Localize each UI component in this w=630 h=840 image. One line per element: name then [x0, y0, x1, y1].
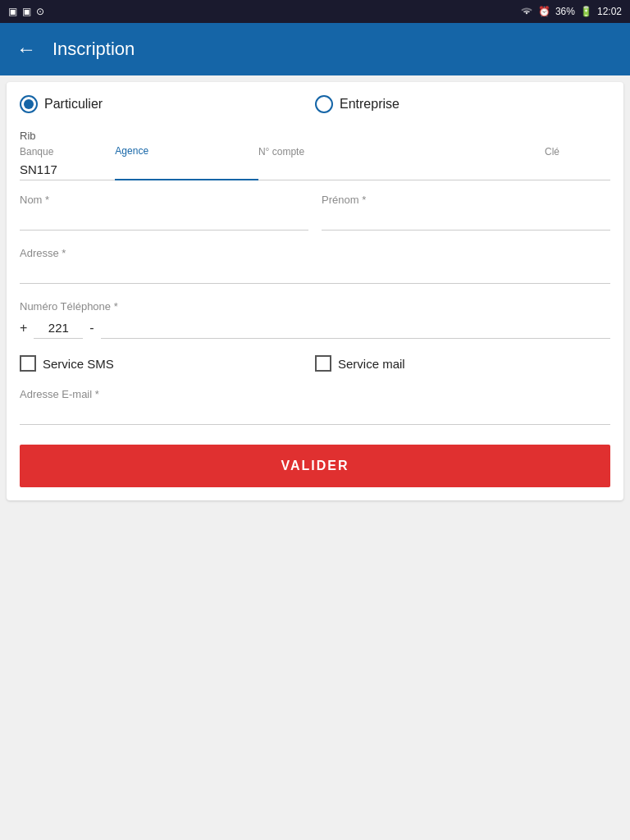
radio-entreprise-circle: [315, 95, 333, 113]
phone-label: Numéro Téléphone *: [20, 300, 610, 313]
cle-label: Clé: [545, 146, 610, 158]
nom-input[interactable]: [20, 209, 308, 231]
app-bar-title: Inscription: [52, 39, 135, 60]
rib-label: Rib: [20, 130, 610, 142]
banque-label: Banque: [20, 146, 115, 158]
cle-field: Clé: [545, 146, 610, 180]
service-mail-option[interactable]: Service mail: [315, 355, 610, 372]
phone-code-input[interactable]: [34, 317, 83, 339]
compte-label: N° compte: [258, 146, 545, 158]
radio-particulier-circle: [20, 95, 38, 113]
prenom-field: Prénom *: [322, 194, 610, 231]
status-bar: ▣ ▣ ⊙ ⏰ 36% 🔋 12:02: [0, 0, 630, 23]
banque-input[interactable]: [20, 159, 115, 180]
rib-section: Rib Banque Agence N° compte Clé: [20, 130, 610, 180]
rib-row: Banque Agence N° compte Clé: [20, 145, 610, 180]
battery-text: 36%: [555, 6, 575, 17]
prenom-input[interactable]: [322, 209, 610, 231]
app-icon-3: ⊙: [36, 6, 44, 17]
name-row: Nom * Prénom *: [20, 194, 610, 231]
status-bar-left: ▣ ▣ ⊙: [8, 6, 44, 17]
services-row: Service SMS Service mail: [20, 355, 610, 372]
adresse-field: Adresse *: [20, 247, 610, 284]
compte-field: N° compte: [258, 146, 545, 180]
agence-input[interactable]: [115, 158, 258, 180]
wifi-icon: [520, 6, 533, 18]
agence-label: Agence: [115, 145, 258, 157]
app-icon-1: ▣: [8, 6, 17, 17]
radio-entreprise[interactable]: Entreprise: [315, 95, 610, 113]
alarm-icon: ⏰: [538, 6, 550, 17]
app-bar: ← Inscription: [0, 23, 630, 75]
time-display: 12:02: [597, 6, 622, 17]
service-mail-label: Service mail: [338, 357, 405, 371]
phone-section: Numéro Téléphone * + -: [20, 300, 610, 339]
nom-field: Nom *: [20, 194, 308, 231]
email-label: Adresse E-mail *: [20, 388, 610, 400]
phone-row: + -: [20, 317, 610, 339]
account-type-group: Particulier Entreprise: [20, 95, 610, 113]
main-card: Particulier Entreprise Rib Banque Agence…: [7, 82, 623, 500]
app-icon-2: ▣: [22, 6, 31, 17]
radio-particulier[interactable]: Particulier: [20, 95, 315, 113]
banque-field: Banque: [20, 146, 115, 180]
service-sms-option[interactable]: Service SMS: [20, 355, 315, 372]
service-sms-checkbox[interactable]: [20, 355, 36, 372]
email-field: Adresse E-mail *: [20, 388, 610, 425]
adresse-label: Adresse *: [20, 247, 610, 259]
email-input[interactable]: [20, 404, 610, 425]
adresse-input[interactable]: [20, 262, 610, 284]
service-sms-label: Service SMS: [43, 357, 114, 371]
validate-button[interactable]: VALIDER: [20, 445, 610, 487]
service-mail-checkbox[interactable]: [315, 355, 331, 372]
phone-number-input[interactable]: [101, 317, 610, 339]
phone-plus: +: [20, 321, 27, 336]
battery-icon: 🔋: [580, 6, 592, 17]
compte-input[interactable]: [258, 159, 545, 180]
agence-field: Agence: [115, 145, 258, 180]
phone-dash: -: [89, 321, 94, 336]
prenom-label: Prénom *: [322, 194, 610, 206]
radio-entreprise-label: Entreprise: [340, 97, 399, 112]
radio-particulier-label: Particulier: [44, 97, 103, 112]
back-button[interactable]: ←: [13, 34, 39, 64]
cle-input[interactable]: [545, 159, 610, 180]
status-bar-right: ⏰ 36% 🔋 12:02: [520, 6, 622, 18]
nom-label: Nom *: [20, 194, 308, 206]
